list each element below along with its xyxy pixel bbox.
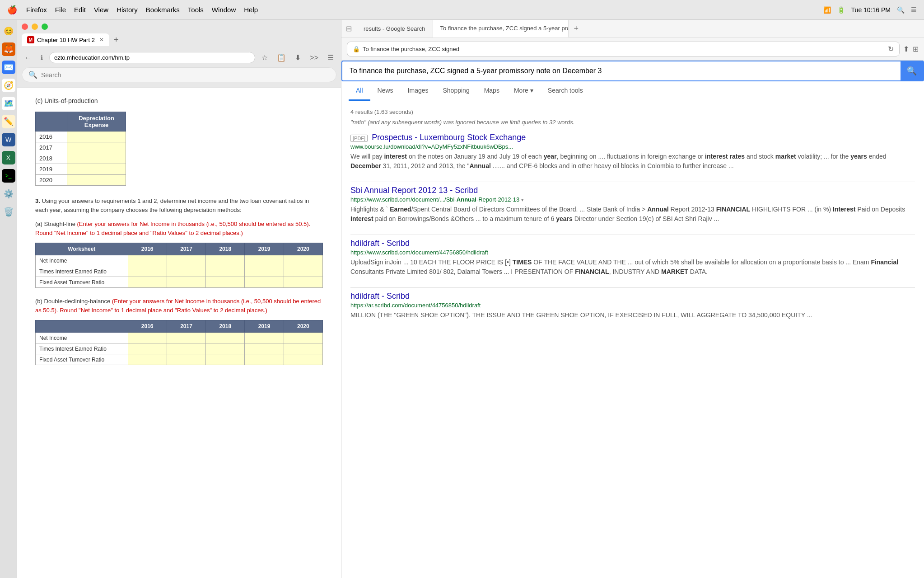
minimize-button[interactable] [32, 23, 38, 30]
tab-results[interactable]: results - Google Search [356, 20, 433, 38]
dock-mail[interactable]: ✉️ [2, 61, 15, 74]
info-button[interactable]: ℹ [38, 52, 46, 63]
control-icon[interactable]: ☰ [911, 6, 917, 14]
menu-history[interactable]: History [117, 6, 138, 14]
dock-safari[interactable]: 🧭 [2, 79, 15, 92]
tab-close-button[interactable]: ✕ [99, 37, 104, 43]
back-button[interactable]: ← [22, 52, 34, 64]
nav-maps[interactable]: Maps [477, 81, 507, 101]
fatr-b-2019[interactable] [245, 354, 284, 365]
google-search-button[interactable]: 🔍 [901, 61, 923, 81]
maximize-button[interactable] [42, 23, 48, 30]
divider [350, 287, 915, 288]
dock-sketch[interactable]: ✏️ [2, 115, 15, 128]
tier-b-2018[interactable] [206, 343, 245, 354]
menu-edit[interactable]: Edit [74, 6, 86, 14]
dep-input-2020[interactable] [67, 175, 126, 186]
menu-browser[interactable]: Firefox [26, 6, 47, 14]
close-button[interactable] [22, 23, 28, 30]
dock-maps[interactable]: 🗺️ [2, 97, 15, 110]
sidebar-toggle-button[interactable]: ⊟ [346, 24, 352, 33]
dock-word[interactable]: W [2, 133, 15, 146]
menu-bookmarks[interactable]: Bookmarks [146, 6, 180, 14]
net-income-b-2018[interactable] [206, 333, 245, 343]
tier-b-2019[interactable] [245, 343, 284, 354]
result-4-title[interactable]: hdildraft - Scribd [350, 291, 915, 301]
fatr-b-2020[interactable] [284, 354, 322, 365]
dock-trash[interactable]: 🗑️ [2, 205, 15, 219]
tier-a-2016[interactable] [128, 266, 167, 277]
tier-a-2020[interactable] [284, 266, 322, 277]
dock-settings[interactable]: ⚙️ [2, 187, 15, 201]
tier-a-2018[interactable] [206, 266, 245, 277]
fatr-b-2016[interactable] [128, 354, 167, 365]
menu-icon[interactable]: ☰ [325, 52, 336, 64]
nav-shopping[interactable]: Shopping [436, 81, 477, 101]
result-2-title[interactable]: Sbi Annual Report 2012 13 - Scribd [350, 186, 915, 195]
right-url-bar[interactable]: 🔒 To finance the purchase, ZCC signed ↻ [347, 42, 900, 56]
dock-firefox[interactable]: 🦊 [2, 42, 15, 56]
google-search-bar[interactable]: 🔍 [341, 61, 924, 81]
apple-logo-icon[interactable]: 🍎 [7, 5, 17, 15]
tabs-button[interactable]: ⊞ [913, 45, 919, 53]
tab-promissory[interactable]: To finance the purchase, ZCC signed a 5-… [433, 20, 569, 38]
dropdown-arrow-icon[interactable]: ▾ [521, 197, 524, 202]
nav-more[interactable]: More ▾ [507, 81, 541, 101]
more-icon[interactable]: >> [307, 52, 321, 64]
menu-tools[interactable]: Tools [188, 6, 204, 14]
google-search-input[interactable] [342, 67, 901, 75]
tier-b-2020[interactable] [284, 343, 322, 354]
active-tab[interactable]: M Chapter 10 HW Part 2 ✕ [22, 33, 109, 46]
net-income-b-2019[interactable] [245, 333, 284, 343]
nav-news[interactable]: News [370, 81, 401, 101]
dock-terminal[interactable]: >_ [2, 169, 15, 183]
dep-input-2016[interactable] [67, 132, 126, 142]
dep-input-2017[interactable] [67, 142, 126, 153]
fatr-b-2017[interactable] [167, 354, 205, 365]
tier-a-2017[interactable] [167, 266, 205, 277]
spotlight-icon[interactable]: 🔍 [897, 6, 905, 14]
fatr-a-2019[interactable] [245, 277, 284, 288]
net-income-a-2019[interactable] [245, 255, 284, 266]
tier-b-2016[interactable] [128, 343, 167, 354]
dep-input-2018[interactable] [67, 153, 126, 164]
fatr-b-2018[interactable] [206, 354, 245, 365]
nav-images[interactable]: Images [401, 81, 436, 101]
menu-file[interactable]: File [55, 6, 66, 14]
reload-button[interactable]: ↻ [888, 45, 894, 53]
result-3-title[interactable]: hdildraft - Scribd [350, 239, 915, 248]
net-income-b-2017[interactable] [167, 333, 205, 343]
menu-view[interactable]: View [94, 6, 108, 14]
fatr-a-2020[interactable] [284, 277, 322, 288]
net-income-a-2017[interactable] [167, 255, 205, 266]
net-income-b-2016[interactable] [128, 333, 167, 343]
result-1-title[interactable]: [PDF] Prospectus - Luxembourg Stock Exch… [350, 133, 915, 142]
tab-promissory-label: To finance the purchase, ZCC signed a 5-… [440, 25, 569, 32]
menu-help[interactable]: Help [244, 6, 258, 14]
menu-window[interactable]: Window [212, 6, 236, 14]
net-income-a-2018[interactable] [206, 255, 245, 266]
ws-b-year-2018: 2018 [206, 320, 245, 333]
bookmark-star-icon[interactable]: ☆ [259, 52, 271, 64]
nav-all[interactable]: All [349, 81, 370, 101]
right-new-tab-button[interactable]: + [569, 20, 584, 38]
net-income-a-2016[interactable] [128, 255, 167, 266]
new-tab-button[interactable]: + [111, 35, 121, 45]
tier-a-2019[interactable] [245, 266, 284, 277]
search-bar[interactable]: 🔍 [22, 67, 336, 82]
share-button[interactable]: ⬆ [903, 45, 909, 53]
net-income-a-2020[interactable] [284, 255, 322, 266]
download-icon[interactable]: ⬇ [292, 52, 303, 64]
url-bar[interactable]: ezto.mheducation.com/hm.tp [49, 52, 255, 63]
fatr-a-2016[interactable] [128, 277, 167, 288]
net-income-b-2020[interactable] [284, 333, 322, 343]
dock-excel[interactable]: X [2, 151, 15, 164]
nav-search-tools[interactable]: Search tools [541, 81, 590, 101]
fatr-a-2017[interactable] [167, 277, 205, 288]
tier-b-2017[interactable] [167, 343, 205, 354]
dock-finder[interactable]: 😊 [2, 24, 15, 38]
dep-input-2019[interactable] [67, 164, 126, 175]
search-input[interactable] [41, 71, 330, 79]
fatr-a-2018[interactable] [206, 277, 245, 288]
share-icon[interactable]: 📋 [274, 52, 289, 64]
